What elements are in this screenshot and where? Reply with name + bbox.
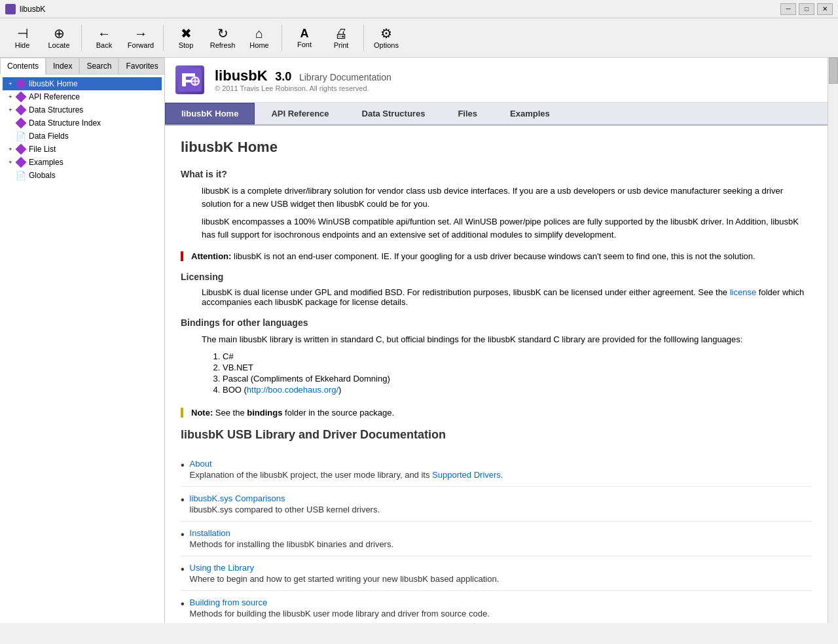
app-title: libusbK (20, 5, 45, 14)
home-button[interactable]: ⌂ Home (242, 21, 276, 55)
sidebar-item-examples[interactable]: + Examples (3, 156, 162, 169)
refresh-button[interactable]: ↻ Refresh (206, 21, 240, 55)
attention-section: Attention: libusbK is not an end-user co… (181, 251, 812, 261)
diamond-icon (16, 144, 26, 154)
scrollbar-thumb[interactable] (829, 58, 838, 84)
options-button[interactable]: ⚙ Options (369, 21, 403, 55)
sidebar-item-data-structure-index[interactable]: Data Structure Index (3, 116, 162, 130)
expand-icon[interactable]: + (5, 107, 16, 113)
forward-button[interactable]: → Forward (124, 21, 158, 55)
tree-item-label: libusbK Home (29, 79, 78, 88)
bindings-intro: The main libusbK library is written in s… (202, 333, 812, 346)
sidebar: Contents Index Search Favorites + libusb… (0, 58, 165, 623)
tab-search[interactable]: Search (79, 58, 118, 74)
home-icon: ⌂ (255, 27, 263, 40)
content-body: libusbK Home What is it? libusbK is a co… (165, 126, 828, 623)
note-content: Note: See the bindings folder in the sou… (191, 408, 394, 418)
expand-icon[interactable]: + (5, 146, 16, 152)
tree-item-label: API Reference (29, 92, 80, 101)
bindings-content: The main libusbK library is written in s… (181, 333, 812, 395)
sidebar-item-data-fields[interactable]: 📄 Data Fields (3, 130, 162, 143)
stop-icon: ✖ (181, 27, 192, 40)
bindings-section: Bindings for other languages The main li… (181, 317, 812, 395)
minimize-button[interactable]: ─ (780, 3, 796, 15)
logo-svg (178, 68, 202, 92)
using-library-link[interactable]: Using the Library (190, 563, 500, 573)
stop-label: Stop (179, 41, 194, 49)
sidebar-item-file-list[interactable]: + File List (3, 143, 162, 156)
expand-icon[interactable]: + (5, 159, 16, 166)
content-header: libusbK 3.0 Library Documentation © 2011… (165, 58, 828, 103)
supported-drivers-link[interactable]: Supported Drivers. (432, 470, 503, 480)
diamond-icon (16, 118, 26, 128)
doc-icon: 📄 (16, 170, 26, 181)
tab-index[interactable]: Index (46, 58, 79, 74)
nav-tab-examples[interactable]: Examples (494, 103, 566, 124)
back-label: Back (96, 41, 112, 49)
tab-favorites[interactable]: Favorites (118, 58, 165, 74)
sidebar-item-libusbk-home[interactable]: + libusbK Home (3, 77, 162, 90)
note-title: Note: (191, 408, 213, 418)
refresh-icon: ↻ (217, 27, 228, 40)
sidebar-content: + libusbK Home + API Reference + Data St… (0, 75, 164, 623)
list-item-installation: Installation Methods for installing the … (181, 522, 812, 556)
hide-button[interactable]: ⊣ Hide (5, 21, 39, 55)
close-button[interactable]: ✕ (817, 3, 833, 15)
nav-tab-data-structures[interactable]: Data Structures (346, 103, 442, 124)
sidebar-item-api-reference[interactable]: + API Reference (3, 90, 162, 103)
print-button[interactable]: 🖨 Print (324, 21, 358, 55)
bindings-bold: bindings (247, 408, 282, 418)
what-is-it-section: What is it? libusbK is a complete driver… (181, 169, 812, 241)
expand-icon[interactable]: + (5, 80, 16, 87)
print-icon: 🖨 (335, 27, 348, 40)
app-icon (5, 4, 16, 14)
boo-link[interactable]: http://boo.codehaus.org/ (247, 385, 338, 395)
font-button[interactable]: A Font (287, 21, 321, 55)
font-label: Font (297, 41, 312, 48)
toolbar-sep-2 (163, 25, 164, 51)
doc-list-text-building-source: Building from source Methods for buildin… (190, 598, 490, 618)
diamond-icon (16, 92, 26, 102)
expand-icon[interactable]: + (5, 94, 16, 100)
titlebar: libusbK ─ □ ✕ (0, 0, 838, 18)
licensing-text: LibusbK is dual license under GPL and mo… (202, 287, 727, 297)
what-is-it-title: What is it? (181, 169, 812, 179)
libusbk-sys-link[interactable]: libusbK.sys Comparisons (190, 493, 380, 503)
tree-item-label: Globals (29, 171, 56, 180)
license-link[interactable]: license (730, 287, 756, 297)
content-title: libusbK 3.0 Library Documentation (215, 67, 392, 84)
what-is-it-para2: libusbK encompasses a 100% WinUSB compat… (202, 215, 812, 241)
font-icon: A (301, 27, 309, 39)
locate-button[interactable]: ⊕ Locate (42, 21, 76, 55)
titlebar-left: libusbK (5, 4, 45, 14)
list-item: BOO (http://boo.codehaus.org/) (223, 385, 812, 395)
list-item-using-library: Using the Library Where to begin and how… (181, 556, 812, 591)
tree-item-label: Data Structure Index (29, 118, 101, 128)
stop-button[interactable]: ✖ Stop (169, 21, 203, 55)
licensing-content: LibusbK is dual license under GPL and mo… (181, 287, 812, 307)
installation-link[interactable]: Installation (190, 528, 393, 538)
maximize-button[interactable]: □ (799, 3, 814, 15)
list-item: C# (223, 351, 812, 361)
locate-icon: ⊕ (54, 27, 65, 40)
options-label: Options (374, 41, 399, 49)
nav-tab-api[interactable]: API Reference (255, 103, 345, 124)
nav-tab-home[interactable]: libusbK Home (165, 103, 255, 124)
scrollbar-track (828, 58, 838, 623)
print-label: Print (334, 41, 349, 49)
note-bar (181, 408, 183, 418)
about-link[interactable]: About (190, 459, 503, 469)
nav-tab-files[interactable]: Files (441, 103, 494, 124)
installation-desc: Methods for installing the libusbK binar… (190, 539, 393, 549)
tree-item-label: Data Fields (29, 132, 69, 141)
content-title-block: libusbK 3.0 Library Documentation © 2011… (215, 67, 392, 92)
list-item-about: About Explanation of the libusbK project… (181, 452, 812, 487)
back-button[interactable]: ← Back (87, 21, 121, 55)
doc-list-text-using-library: Using the Library Where to begin and how… (190, 563, 500, 584)
sidebar-item-globals[interactable]: 📄 Globals (3, 169, 162, 182)
sidebar-item-data-structures[interactable]: + Data Structures (3, 103, 162, 116)
building-source-link[interactable]: Building from source (190, 598, 490, 607)
toolbar-sep-1 (81, 25, 82, 51)
tab-contents[interactable]: Contents (0, 58, 46, 75)
home-label: Home (249, 41, 268, 49)
